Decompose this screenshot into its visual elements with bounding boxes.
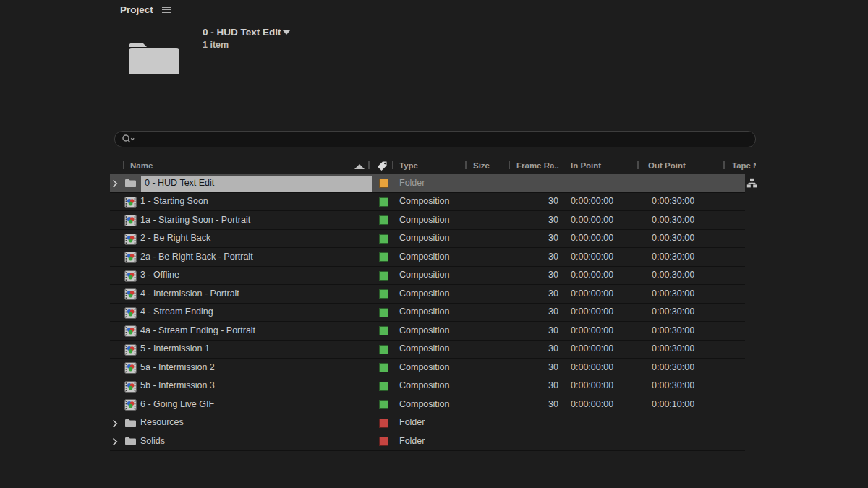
- item-name[interactable]: 5 - Intermission 1: [140, 343, 379, 354]
- table-row[interactable]: 1 - Starting Soon Composition 30 0:00:00…: [110, 193, 745, 212]
- item-frame-rate: 30: [504, 343, 558, 354]
- table-row[interactable]: 5 - Intermission 1 Composition 30 0:00:0…: [110, 341, 745, 359]
- item-in-point: 0:00:00:00: [571, 270, 613, 280]
- composition-icon: [124, 215, 137, 228]
- selected-item-title[interactable]: 0 - HUD Text Edit: [203, 27, 290, 38]
- item-name[interactable]: 4 - Stream Ending: [140, 307, 379, 317]
- item-name[interactable]: 0 - HUD Text Edit: [141, 176, 372, 192]
- item-in-point: 0:00:00:00: [571, 233, 613, 243]
- table-row[interactable]: 6 - Going Live GIF Composition 30 0:00:0…: [110, 395, 745, 414]
- column-header-tape-name[interactable]: Tape N: [732, 161, 756, 170]
- column-header-type[interactable]: Type: [399, 161, 418, 170]
- expand-chevron-icon[interactable]: [112, 419, 118, 430]
- item-out-point: 0:00:30:00: [652, 252, 694, 262]
- item-in-point: 0:00:00:00: [571, 325, 613, 335]
- label-color-swatch[interactable]: [379, 363, 388, 372]
- item-frame-rate: 30: [504, 380, 558, 390]
- item-frame-rate: 30: [504, 233, 558, 243]
- panel-menu-icon[interactable]: [162, 7, 171, 14]
- table-row[interactable]: 1a - Starting Soon - Portrait Compositio…: [110, 211, 745, 230]
- search-icon[interactable]: [122, 134, 136, 145]
- item-frame-rate: 30: [504, 270, 558, 280]
- tab-project[interactable]: Project: [120, 4, 153, 15]
- label-color-swatch[interactable]: [379, 289, 388, 299]
- sort-ascending-icon[interactable]: [354, 164, 365, 169]
- item-name[interactable]: 1a - Starting Soon - Portrait: [140, 215, 379, 225]
- column-header-size[interactable]: Size: [473, 161, 490, 170]
- item-name[interactable]: 5b - Intermission 3: [140, 380, 379, 390]
- item-in-point: 0:00:00:00: [571, 343, 613, 354]
- table-row[interactable]: 4 - Stream Ending Composition 30 0:00:00…: [110, 304, 745, 322]
- label-color-swatch[interactable]: [379, 179, 388, 188]
- expand-chevron-icon[interactable]: [112, 437, 118, 448]
- label-color-swatch[interactable]: [379, 215, 388, 225]
- composition-icon: [124, 288, 137, 302]
- label-color-swatch[interactable]: [379, 345, 388, 354]
- table-row[interactable]: 0 - HUD Text Edit Folder: [110, 174, 745, 193]
- item-type: Composition: [399, 307, 449, 317]
- folder-icon: [124, 418, 137, 430]
- item-name[interactable]: 2 - Be Right Back: [140, 233, 379, 243]
- table-row[interactable]: 5a - Intermission 2 Composition 30 0:00:…: [110, 359, 745, 377]
- item-type: Folder: [399, 178, 425, 188]
- label-color-swatch[interactable]: [379, 234, 388, 244]
- flowchart-icon[interactable]: [746, 178, 757, 192]
- label-color-swatch[interactable]: [379, 308, 388, 317]
- item-name[interactable]: Resources: [140, 417, 379, 427]
- item-name[interactable]: 4a - Stream Ending - Portrait: [140, 325, 379, 335]
- item-out-point: 0:00:30:00: [652, 196, 694, 206]
- item-name[interactable]: 3 - Offline: [140, 270, 379, 280]
- label-color-swatch[interactable]: [379, 382, 388, 391]
- label-color-swatch[interactable]: [379, 326, 388, 335]
- label-color-swatch[interactable]: [379, 252, 388, 262]
- item-name[interactable]: 1 - Starting Soon: [140, 196, 379, 206]
- table-row[interactable]: 5b - Intermission 3 Composition 30 0:00:…: [110, 377, 745, 396]
- table-row[interactable]: 2 - Be Right Back Composition 30 0:00:00…: [110, 230, 745, 249]
- table-row[interactable]: 4 - Intermission - Portrait Composition …: [110, 285, 745, 304]
- table-row[interactable]: 4a - Stream Ending - Portrait Compositio…: [110, 322, 745, 341]
- table-row[interactable]: Resources Folder: [110, 414, 745, 433]
- table-row[interactable]: Solids Folder: [110, 432, 745, 451]
- label-color-swatch[interactable]: [379, 271, 388, 281]
- folder-icon: [124, 178, 137, 190]
- item-frame-rate: 30: [504, 307, 558, 317]
- item-name[interactable]: 6 - Going Live GIF: [140, 399, 379, 409]
- item-name[interactable]: Solids: [140, 436, 379, 446]
- table-header: Name Type Size Frame Ra.. In Point Out P…: [110, 158, 757, 174]
- label-color-swatch[interactable]: [379, 437, 388, 446]
- composition-icon: [124, 307, 137, 321]
- label-color-swatch[interactable]: [379, 419, 388, 428]
- label-column-tag-icon[interactable]: [376, 160, 388, 173]
- item-out-point: 0:00:30:00: [652, 362, 694, 372]
- column-header-out-point[interactable]: Out Point: [648, 161, 686, 170]
- item-frame-rate: 30: [504, 215, 558, 225]
- folder-icon: [124, 436, 137, 448]
- item-type: Composition: [399, 215, 449, 225]
- label-color-swatch[interactable]: [379, 400, 388, 409]
- item-type: Composition: [399, 233, 449, 243]
- item-type: Folder: [399, 417, 425, 427]
- column-header-in-point[interactable]: In Point: [571, 161, 601, 170]
- item-type: Composition: [399, 252, 449, 262]
- composition-icon: [124, 234, 137, 247]
- label-color-swatch[interactable]: [379, 197, 388, 207]
- item-name[interactable]: 4 - Intermission - Portrait: [140, 288, 379, 299]
- item-in-point: 0:00:00:00: [571, 196, 613, 206]
- item-out-point: 0:00:30:00: [652, 288, 694, 299]
- column-header-name[interactable]: Name: [130, 161, 153, 170]
- item-name[interactable]: 2a - Be Right Back - Portrait: [140, 252, 379, 262]
- item-name[interactable]: 5a - Intermission 2: [140, 362, 379, 372]
- table-row[interactable]: 2a - Be Right Back - Portrait Compositio…: [110, 248, 745, 267]
- table-body: 0 - HUD Text Edit Folder 1 - Starting So…: [110, 174, 745, 451]
- item-type: Composition: [399, 270, 449, 280]
- table-row[interactable]: 3 - Offline Composition 30 0:00:00:00 0:…: [110, 267, 745, 286]
- item-type: Composition: [399, 380, 449, 390]
- search-input[interactable]: [114, 131, 756, 147]
- composition-icon: [124, 344, 137, 358]
- item-frame-rate: 30: [504, 252, 558, 262]
- after-effects-project-panel: Project 0 - HUD Text Edit 1 item Name: [0, 0, 868, 488]
- expand-chevron-icon[interactable]: [112, 179, 118, 190]
- column-header-frame-rate[interactable]: Frame Ra..: [516, 161, 559, 170]
- composition-icon: [124, 381, 137, 395]
- chevron-down-icon[interactable]: [283, 30, 290, 35]
